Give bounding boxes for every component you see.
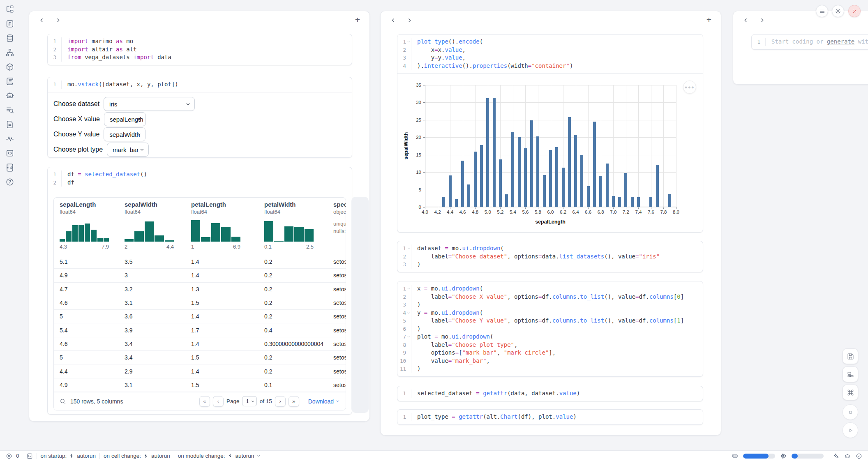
datasets-icon[interactable] <box>5 34 14 43</box>
code-line[interactable]: 2import altair as alt <box>48 46 352 54</box>
snippets-icon[interactable] <box>5 149 14 158</box>
run-button[interactable] <box>843 422 858 438</box>
fold-icon[interactable] <box>407 311 411 315</box>
code-line[interactable]: 5 label="Choose Y value", options=df.col… <box>397 317 703 325</box>
chart-bar[interactable] <box>442 197 445 207</box>
code-line[interactable]: 2 label="Choose dataset", options=data.l… <box>397 253 703 261</box>
code-line[interactable]: 1plot_type = getattr(alt.Chart(df), plot… <box>397 413 703 421</box>
marimo-file-icon[interactable] <box>5 19 14 28</box>
chart-menu-button[interactable]: ●●● <box>683 81 696 94</box>
fold-icon[interactable] <box>407 247 411 250</box>
command-button[interactable] <box>843 385 858 400</box>
fold-icon[interactable] <box>407 40 411 44</box>
table-row[interactable]: 53.61.40.2setosa <box>54 310 346 323</box>
chevron-left-icon[interactable] <box>37 15 46 25</box>
terminal-icon[interactable] <box>26 453 33 459</box>
ai-chat-icon[interactable] <box>5 91 14 100</box>
table-row[interactable]: 53.41.50.2setosa <box>54 351 346 364</box>
chart-bar[interactable] <box>499 159 502 207</box>
chart-bar[interactable] <box>637 197 640 207</box>
stop-button[interactable] <box>843 404 858 420</box>
code-line[interactable]: 6) <box>397 325 703 333</box>
empty-code-cell[interactable]: 1 Start coding or generate with AI <box>751 34 868 50</box>
code-line[interactable]: 2df <box>48 179 352 187</box>
code-line[interactable]: 1plot_type().encode( <box>397 38 703 46</box>
fold-icon[interactable] <box>407 335 411 339</box>
page-select[interactable]: 1 <box>242 396 256 406</box>
choose-dataset-select[interactable]: iris <box>104 97 195 111</box>
next-page-button[interactable]: › <box>275 396 286 407</box>
code-line[interactable]: 2 x=x.value, <box>397 46 703 54</box>
chart-bar[interactable] <box>612 196 615 207</box>
column-name[interactable]: sepalWidth <box>125 201 191 208</box>
code-line[interactable]: 11) <box>397 365 703 373</box>
chart-bar[interactable] <box>580 155 583 207</box>
chart-bar[interactable] <box>562 168 565 207</box>
table-row[interactable]: 4.42.91.40.2setosa <box>54 364 346 378</box>
help-icon[interactable] <box>5 177 14 187</box>
chart-bar[interactable] <box>606 164 609 207</box>
chart-bar[interactable] <box>631 197 634 207</box>
file-explorer-icon[interactable] <box>5 5 14 14</box>
imports-cell[interactable]: 1import marimo as mo2import altair as al… <box>47 34 352 65</box>
memory-icon[interactable] <box>732 453 738 459</box>
generate-link[interactable]: generate <box>827 38 854 45</box>
dataframe-cell[interactable]: 1df = selected_dataset()2df sepalLengthf… <box>47 167 352 415</box>
fold-icon[interactable] <box>407 287 411 290</box>
chart-bar[interactable] <box>668 194 671 207</box>
chart-bar[interactable] <box>549 150 552 207</box>
chart-bar[interactable] <box>624 173 627 207</box>
code-placeholder[interactable]: Start coding or generate with AI <box>766 38 868 46</box>
close-button[interactable] <box>848 5 861 17</box>
chart-bar[interactable] <box>593 122 596 207</box>
chart-bar[interactable] <box>480 145 483 207</box>
errors-icon[interactable] <box>6 453 12 459</box>
selected-dataset-cell[interactable]: 1selected_dataset = getattr(data, datase… <box>397 386 703 401</box>
chart-bar[interactable] <box>656 165 659 207</box>
table-row[interactable]: 4.73.21.30.2setosa <box>54 283 346 296</box>
table-row[interactable]: 4.931.40.2setosa <box>54 269 346 282</box>
chart-bar[interactable] <box>599 176 602 207</box>
code-line[interactable]: 3) <box>397 260 703 269</box>
choose-plot-type-select[interactable]: mark_bar <box>107 143 149 157</box>
code-line[interactable]: 4y = mo.ui.dropdown( <box>397 309 703 317</box>
last-page-button[interactable]: » <box>289 396 299 407</box>
code-line[interactable]: 4).interactive().properties(width="conta… <box>397 62 703 70</box>
chevron-left-icon[interactable] <box>741 15 750 25</box>
chart-bar[interactable] <box>574 135 577 207</box>
column-name[interactable]: petalLength <box>191 201 264 208</box>
choose-y-value-select[interactable]: sepalWidth <box>104 127 145 141</box>
chart-bar[interactable] <box>524 148 527 207</box>
xy-plot-dropdown-cell[interactable]: 1x = mo.ui.dropdown(2 label="Choose X va… <box>397 281 703 377</box>
save-button[interactable] <box>843 348 858 364</box>
code-line[interactable]: 1df = selected_dataset() <box>48 171 352 179</box>
chart-bar[interactable] <box>587 186 590 207</box>
chart-bar[interactable] <box>536 136 539 207</box>
dependency-graph-icon[interactable] <box>5 48 14 57</box>
chart-bar[interactable] <box>530 120 533 207</box>
chart-bar[interactable] <box>486 98 489 207</box>
code-line[interactable]: 1import marimo as mo <box>48 37 352 46</box>
packages-icon[interactable] <box>5 62 14 71</box>
code-line[interactable]: 9 options=["mark_bar", "mark_circle"], <box>397 349 703 357</box>
column-name[interactable]: petalWidth <box>264 201 333 208</box>
plot-type-cell[interactable]: 1plot_type = getattr(alt.Chart(df), plot… <box>397 409 703 425</box>
column-name[interactable]: sepalLength <box>60 201 125 208</box>
documentation-icon[interactable] <box>5 120 14 129</box>
add-cell-button[interactable]: + <box>352 14 363 25</box>
code-line[interactable]: 1selected_dataset = getattr(data, datase… <box>397 390 703 398</box>
vstack-cell[interactable]: 1mo.vstack([dataset, x, y, plot]) Choose… <box>47 77 352 158</box>
first-page-button[interactable]: « <box>199 396 210 407</box>
add-cell-button[interactable]: + <box>704 14 714 25</box>
chevron-right-icon[interactable] <box>53 15 63 25</box>
code-line[interactable]: 2 label="Choose X value", options=df.col… <box>397 293 703 301</box>
table-row[interactable]: 4.93.11.50.1setosa <box>54 378 346 392</box>
table-row[interactable]: 5.43.91.70.4setosa <box>54 323 346 337</box>
dataset-dropdown-cell[interactable]: 1dataset = mo.ui.dropdown(2 label="Choos… <box>397 241 703 272</box>
logs-icon[interactable] <box>5 77 14 86</box>
check-circle-icon[interactable] <box>856 453 862 459</box>
code-line[interactable]: 7plot = mo.ui.dropdown( <box>397 333 703 341</box>
scratchpad-icon[interactable] <box>5 163 14 172</box>
table-row[interactable]: 4.63.41.40.30000000000000004setosa <box>54 337 346 351</box>
chart-bar[interactable] <box>493 98 496 207</box>
